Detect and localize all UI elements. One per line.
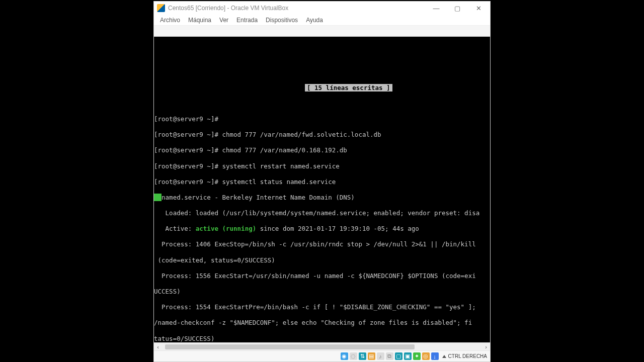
terminal-line: [154, 100, 490, 108]
scroll-track[interactable]: [162, 343, 482, 350]
minimize-button[interactable]: —: [426, 2, 447, 14]
host-key-caret-icon: [442, 355, 446, 358]
scroll-thumb[interactable]: [165, 344, 415, 349]
menu-ver[interactable]: Ver: [215, 16, 232, 25]
menu-maquina[interactable]: Máquina: [184, 16, 215, 25]
guest-terminal[interactable]: [ 15 líneas escritas ] [root@server9 ~]#…: [154, 37, 490, 342]
status-dot-icon: ●: [154, 194, 162, 201]
statusbar: ◉ ◌ ⇅ ▤ ♪ ⧉ ▢ ▣ ✦ ◎ ↓ CTRL DERECHA: [154, 350, 490, 361]
terminal-line: [root@server9 ~]# systemctl status named…: [154, 178, 490, 186]
terminal-line: Process: 1554 ExecStartPre=/bin/bash -c …: [154, 303, 490, 311]
display-icon[interactable]: ▢: [395, 352, 403, 360]
terminal-line: (code=exited, status=0/SUCCESS): [154, 256, 490, 264]
terminal-line: tatus=0/SUCCESS): [154, 335, 490, 342]
terminal-line: [root@server9 ~]# systemctl restart name…: [154, 162, 490, 170]
maximize-button[interactable]: ▢: [447, 2, 468, 14]
audio-icon[interactable]: ♪: [377, 352, 384, 360]
host-key-label: CTRL DERECHA: [448, 353, 487, 359]
menubar: Archivo Máquina Ver Entrada Dispositivos…: [154, 15, 490, 26]
download-icon[interactable]: ↓: [431, 352, 439, 360]
terminal-line: UCCESS): [154, 288, 490, 296]
terminal-line: Process: 1556 ExecStart=/usr/sbin/named …: [154, 272, 490, 280]
terminal-line: [root@server9 ~]#: [154, 115, 490, 123]
menu-archivo[interactable]: Archivo: [156, 16, 184, 25]
menu-dispositivos[interactable]: Dispositivos: [262, 16, 302, 25]
guest-additions-icon[interactable]: ✦: [413, 352, 421, 360]
harddisk-icon[interactable]: ◉: [341, 352, 348, 360]
horizontal-scrollbar[interactable]: ‹ ›: [154, 342, 490, 350]
close-button[interactable]: ✕: [468, 2, 489, 14]
service-active-status: active (running): [196, 225, 256, 232]
virtualbox-window: Centos65 [Corriendo] - Oracle VM Virtual…: [153, 1, 491, 362]
network-icon[interactable]: ⧉: [386, 352, 393, 360]
shared-folder-icon[interactable]: ▤: [368, 352, 375, 360]
window-controls: — ▢ ✕: [426, 2, 489, 14]
terminal-output: [ 15 líneas escritas ] [root@server9 ~]#…: [154, 76, 490, 342]
terminal-line: Active: active (running) since dom 2021-…: [154, 225, 490, 233]
optical-drive-icon[interactable]: ◌: [350, 352, 357, 360]
terminal-line: ● named.service - Berkeley Internet Name…: [154, 194, 490, 202]
host-key-indicator[interactable]: CTRL DERECHA: [442, 353, 487, 359]
video-capture-icon[interactable]: ▣: [404, 352, 412, 360]
nano-info-banner: [ 15 líneas escritas ]: [305, 84, 392, 92]
scroll-left-button[interactable]: ‹: [154, 344, 162, 350]
usb-icon[interactable]: ⇅: [359, 352, 366, 360]
menu-ayuda[interactable]: Ayuda: [302, 16, 327, 25]
scroll-right-button[interactable]: ›: [482, 344, 490, 350]
terminal-line: Loaded: loaded (/usr/lib/systemd/system/…: [154, 209, 490, 217]
window-title: Centos65 [Corriendo] - Oracle VM Virtual…: [168, 5, 426, 12]
menu-entrada[interactable]: Entrada: [232, 16, 262, 25]
virtualbox-icon: [157, 4, 165, 12]
recording-icon[interactable]: ◎: [422, 352, 430, 360]
terminal-line: Process: 1406 ExecStop=/bin/sh -c /usr/s…: [154, 240, 490, 248]
terminal-line: [root@server9 ~]# chmod 777 /var/named/0…: [154, 146, 490, 154]
terminal-line: /named-checkconf -z "$NAMEDCONF"; else e…: [154, 319, 490, 327]
titlebar[interactable]: Centos65 [Corriendo] - Oracle VM Virtual…: [154, 2, 490, 15]
terminal-line: [root@server9 ~]# chmod 777 /var/named/f…: [154, 131, 490, 139]
toolbar-area: [154, 26, 490, 37]
